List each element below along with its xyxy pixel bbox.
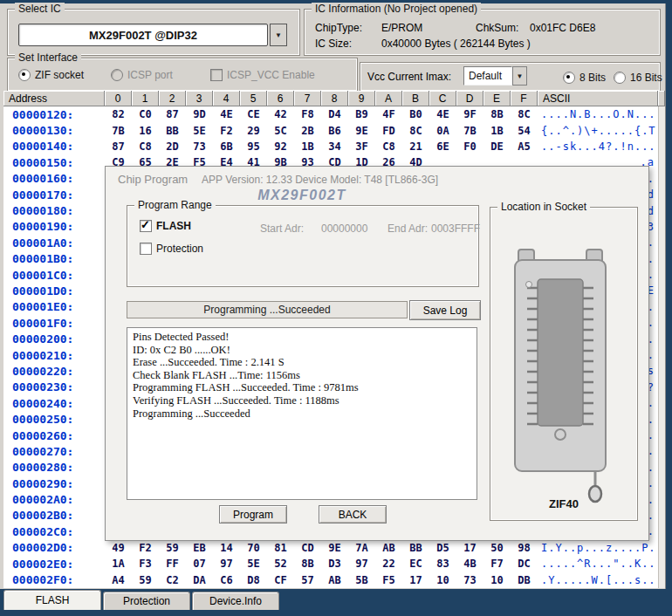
hex-address[interactable]: 00000260:: [3, 429, 105, 442]
hex-address[interactable]: 00000170:: [3, 188, 105, 202]
zif-socket-radio[interactable]: ZIF socket: [18, 69, 84, 81]
hex-byte[interactable]: 3F: [348, 140, 375, 153]
icsp-port-radio[interactable]: ICSP port: [111, 69, 173, 81]
hex-byte[interactable]: 83: [429, 558, 456, 570]
hex-byte[interactable]: F7: [483, 558, 511, 570]
hex-address[interactable]: 00000290:: [3, 477, 105, 490]
hex-byte[interactable]: F5: [375, 574, 402, 586]
hex-ascii[interactable]: ....N.B...O.N...: [538, 108, 658, 120]
hex-address[interactable]: 00000140:: [3, 140, 105, 153]
hex-header-0[interactable]: 0: [105, 91, 132, 106]
hex-ascii[interactable]: ..-sk...4?.!n...: [538, 140, 658, 153]
hex-header-9[interactable]: 9: [348, 91, 375, 106]
radio-icon[interactable]: [563, 72, 575, 84]
hex-byte[interactable]: EC: [402, 558, 429, 570]
hex-byte[interactable]: D3: [321, 558, 348, 570]
hex-header-4[interactable]: 4: [213, 91, 240, 106]
hex-byte[interactable]: F2: [132, 542, 159, 554]
hex-byte[interactable]: 7B: [456, 125, 483, 137]
hex-byte[interactable]: 8C: [402, 125, 429, 137]
hex-byte[interactable]: 1A: [105, 558, 132, 570]
hex-byte[interactable]: 22: [375, 558, 402, 570]
hex-address[interactable]: 000001A0:: [3, 236, 105, 250]
checkbox-checked-icon[interactable]: [140, 220, 152, 232]
chevron-down-icon[interactable]: ▼: [512, 66, 527, 86]
hex-byte[interactable]: A4: [105, 574, 132, 586]
hex-byte[interactable]: 21: [402, 140, 429, 153]
hex-byte[interactable]: 5E: [186, 125, 213, 137]
vcc-current-select[interactable]: Default ▼: [463, 66, 527, 86]
hex-address[interactable]: 000002D0:: [3, 541, 105, 554]
hex-byte[interactable]: 07: [186, 558, 213, 570]
hex-header-d[interactable]: D: [456, 91, 483, 106]
hex-address[interactable]: 00000200:: [3, 332, 105, 346]
hex-address[interactable]: 00000190:: [3, 220, 105, 233]
hex-header-7[interactable]: 7: [294, 91, 321, 106]
hex-address[interactable]: 00000240:: [3, 397, 105, 410]
hex-byte[interactable]: 2B: [294, 125, 321, 137]
hex-byte[interactable]: AB: [321, 574, 348, 586]
hex-header-a[interactable]: A: [375, 91, 402, 106]
checkbox-icon[interactable]: [140, 243, 152, 255]
hex-byte[interactable]: 14: [213, 542, 240, 554]
hex-byte[interactable]: 1B: [483, 125, 511, 137]
hex-address[interactable]: 000002C0:: [3, 525, 105, 538]
log-output[interactable]: Pins Detected Passed!ID: 0x C2 B0 ......…: [127, 327, 477, 500]
hex-byte[interactable]: 10: [429, 574, 456, 586]
hex-header-5[interactable]: 5: [240, 91, 267, 106]
hex-byte[interactable]: B0: [402, 108, 429, 120]
hex-byte[interactable]: 0A: [429, 125, 456, 137]
hex-byte[interactable]: 8C: [511, 108, 538, 120]
hex-byte[interactable]: 5B: [348, 574, 375, 586]
hex-byte[interactable]: D5: [429, 542, 456, 554]
hex-address[interactable]: 000002E0:: [3, 558, 105, 571]
hex-address[interactable]: 00000150:: [3, 156, 105, 169]
hex-address[interactable]: 000002B0:: [3, 509, 105, 522]
hex-byte[interactable]: 9F: [456, 108, 483, 120]
hex-byte[interactable]: 9E: [321, 542, 348, 554]
hex-address[interactable]: 000002A0:: [3, 493, 105, 506]
hex-address[interactable]: 00000120:: [3, 108, 105, 121]
hex-byte[interactable]: D8: [240, 574, 267, 586]
hex-header-ascii[interactable]: ASCII: [538, 91, 658, 106]
hex-header-e[interactable]: E: [483, 91, 511, 106]
hex-ascii[interactable]: {..^.)\+.....{.T: [538, 125, 658, 137]
hex-header-address[interactable]: Address: [3, 91, 105, 106]
chevron-down-icon[interactable]: ▼: [270, 24, 287, 46]
ic-combobox[interactable]: MX29F002T @DIP32 ▼: [18, 24, 287, 46]
hex-byte[interactable]: 54: [511, 125, 538, 137]
tab-flash[interactable]: FLASH: [3, 590, 101, 610]
program-button[interactable]: Program: [219, 505, 287, 524]
hex-byte[interactable]: 9D: [186, 108, 213, 120]
hex-byte[interactable]: 81: [267, 542, 294, 554]
hex-byte[interactable]: A5: [511, 140, 538, 153]
hex-byte[interactable]: 4B: [456, 558, 483, 570]
back-button[interactable]: BACK: [319, 505, 387, 524]
hex-ascii[interactable]: I.Y..p...z....P.: [538, 542, 658, 554]
hex-address[interactable]: 00000280:: [3, 461, 105, 474]
hex-byte[interactable]: 4E: [429, 108, 456, 120]
hex-byte[interactable]: BB: [159, 125, 186, 137]
hex-address[interactable]: 000001B0:: [3, 252, 105, 265]
hex-byte[interactable]: 8B: [483, 108, 511, 120]
bits-16-radio[interactable]: 16 Bits: [614, 72, 662, 84]
hex-byte[interactable]: 4E: [213, 108, 240, 120]
hex-byte[interactable]: 7B: [105, 125, 132, 137]
hex-byte[interactable]: 98: [511, 542, 538, 554]
hex-byte[interactable]: DB: [511, 574, 538, 586]
hex-byte[interactable]: EB: [186, 542, 213, 554]
hex-address[interactable]: 00000160:: [3, 172, 105, 185]
hex-byte[interactable]: BB: [402, 542, 429, 554]
hex-header-3[interactable]: 3: [186, 91, 213, 106]
hex-address[interactable]: 000001E0:: [3, 300, 105, 313]
hex-byte[interactable]: 5C: [267, 125, 294, 137]
hex-byte[interactable]: 9E: [348, 125, 375, 137]
radio-icon[interactable]: [111, 69, 123, 81]
hex-address[interactable]: 00000250:: [3, 413, 105, 426]
scrollbar-up-button[interactable]: [658, 91, 665, 106]
hex-ascii[interactable]: .Y.....W.[...s..: [538, 574, 658, 586]
hex-byte[interactable]: 97: [213, 558, 240, 570]
hex-byte[interactable]: 2D: [159, 140, 186, 153]
hex-byte[interactable]: 57: [294, 574, 321, 586]
hex-header-b[interactable]: B: [402, 91, 429, 106]
